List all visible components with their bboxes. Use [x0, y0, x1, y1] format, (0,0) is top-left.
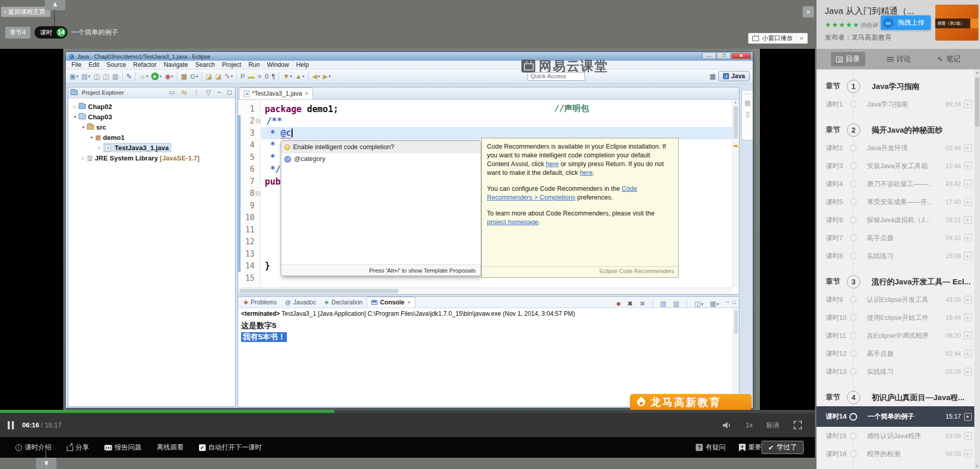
- expanded-arrow-icon[interactable]: ▾: [89, 135, 94, 140]
- view-menu-icon[interactable]: ⋮: [192, 87, 201, 98]
- collapsed-arrow-icon[interactable]: ▷: [72, 104, 78, 109]
- save-all-icon[interactable]: ◫: [102, 71, 110, 82]
- prev-annotation-icon[interactable]: ▲▾: [294, 71, 305, 82]
- tab-目录[interactable]: 目录: [831, 52, 865, 66]
- lesson-row-课时8[interactable]: 课时8实战练习15:08▶: [816, 247, 980, 265]
- play-icon[interactable]: ▶: [964, 100, 972, 108]
- play-icon[interactable]: ▶: [964, 368, 972, 375]
- fold-marker-icon[interactable]: [256, 191, 260, 196]
- pause-button[interactable]: [8, 421, 14, 429]
- console-tab-javadoc[interactable]: @Javadoc: [281, 297, 320, 308]
- back-icon[interactable]: ◀▾: [311, 71, 321, 82]
- lesson-row-课时13[interactable]: 课时13实战练习05:26▶: [816, 363, 980, 381]
- tab-讨论[interactable]: 讨论: [882, 52, 916, 66]
- tree-item-demo1[interactable]: ▾▦demo1: [68, 132, 235, 142]
- new-class-icon[interactable]: G▾: [189, 71, 199, 82]
- video-player[interactable]: Java - Chap03/src/demo1/TestJava3_1.java…: [0, 49, 815, 410]
- new-java-project-icon[interactable]: ▦: [180, 71, 188, 82]
- editor-vertical-scrollbar[interactable]: ▲: [732, 100, 739, 287]
- lesson-row-课时11[interactable]: 课时11在Eclipse中调试程序06:20▶: [816, 327, 980, 345]
- toolbar-分享[interactable]: 分享: [67, 443, 89, 452]
- toolbar-重要[interactable]: ★重要: [739, 443, 761, 452]
- menu-window[interactable]: Window: [263, 61, 293, 68]
- tree-item-chap02[interactable]: ▷Chap02: [68, 101, 235, 112]
- play-icon[interactable]: ▶: [964, 314, 972, 321]
- zero-icon[interactable]: 0: [264, 71, 269, 82]
- play-icon[interactable]: ▶: [964, 234, 972, 242]
- play-icon[interactable]: ▶: [964, 413, 972, 421]
- collapsed-arrow-icon[interactable]: ▷: [81, 156, 86, 160]
- link-editor-icon[interactable]: ⇆: [180, 87, 188, 98]
- tree-item-jre-system-library[interactable]: ▷▥JRE System Library [JavaSE-1.7]: [68, 153, 235, 163]
- play-icon[interactable]: ▶: [964, 216, 972, 224]
- lesson-row-课时3[interactable]: 课时3安装Java开发工具箱12:44▶: [816, 157, 980, 175]
- play-icon[interactable]: ▶: [964, 296, 972, 303]
- play-icon[interactable]: ▶: [964, 180, 972, 188]
- scroll-up-icon[interactable]: ▲: [734, 100, 737, 104]
- outline-view-icon[interactable]: ▯: [746, 111, 750, 118]
- back-to-course-button[interactable]: ‹ 返回课程主页: [1, 7, 50, 17]
- pin-console-icon[interactable]: ◫▾: [693, 299, 704, 309]
- toolbar-自动打开下一课时[interactable]: ✔自动打开下一课时: [199, 443, 262, 452]
- lesson-row-课时6[interactable]: 课时6探秘Java虚拟机（J...09:21▶: [816, 211, 980, 229]
- collapse-footer-button[interactable]: ∨: [36, 458, 57, 469]
- lesson-row-课时14[interactable]: 课时14一个简单的例子15:17▶: [816, 406, 980, 427]
- menu-refactor[interactable]: Refactor: [130, 61, 160, 68]
- toolbar-有疑问[interactable]: ?有疑问: [696, 443, 725, 452]
- play-icon[interactable]: ▶: [964, 450, 972, 458]
- selected-tree-item[interactable]: JTestJava3_1.java: [103, 143, 171, 152]
- editor-horizontal-scrollbar[interactable]: [238, 287, 732, 294]
- toolbar-报告问题[interactable]: 报告问题: [104, 443, 141, 452]
- build-icon[interactable]: ≡: [257, 71, 263, 82]
- tree-item-testjava3-1-java[interactable]: ▷JTestJava3_1.java: [68, 142, 235, 153]
- play-icon[interactable]: ▶: [964, 432, 972, 440]
- lesson-row-课时1[interactable]: 课时1Java学习指南89:24▶: [816, 95, 980, 113]
- scroll-down-icon[interactable]: ▼: [975, 464, 979, 468]
- tab-笔记[interactable]: ✎笔记: [932, 52, 966, 66]
- mark-learned-button[interactable]: ✔学过了: [761, 441, 804, 454]
- play-icon[interactable]: ▶: [964, 350, 972, 357]
- lesson-row-课时2[interactable]: 课时2Java开发环境01:44▶: [816, 139, 980, 157]
- lesson-row-课时4[interactable]: 课时4磨刀不误砍柴工——...43:42▶: [816, 175, 980, 193]
- console-tab-declaration[interactable]: ◈Declaration: [320, 297, 367, 308]
- menu-source[interactable]: Source: [103, 61, 130, 68]
- open-file-icon[interactable]: ◪: [214, 71, 222, 82]
- remove-all-icon[interactable]: ✖: [639, 299, 646, 309]
- play-icon[interactable]: ▶: [964, 198, 972, 206]
- menu-run[interactable]: Run: [245, 61, 263, 68]
- print-view-icon[interactable]: ▤: [745, 99, 750, 106]
- lesson-row-课时15[interactable]: 课时15感性认识Java程序53:56▶: [816, 427, 980, 445]
- java-perspective-button[interactable]: J Java: [718, 71, 750, 81]
- new-icon[interactable]: ▣▾: [68, 71, 79, 82]
- javadoc-icon[interactable]: ✎: [125, 71, 133, 82]
- minimize-icon[interactable]: −: [216, 87, 223, 98]
- menu-project[interactable]: Project: [219, 61, 245, 68]
- quality-button[interactable]: 标清: [766, 421, 779, 430]
- tooltip-link[interactable]: project homepage: [487, 219, 538, 226]
- tooltip-link[interactable]: here: [546, 160, 559, 168]
- volume-icon[interactable]: [722, 421, 732, 430]
- tab-close-icon[interactable]: ✕: [304, 91, 308, 96]
- lesson-row-课时7[interactable]: 课时7高手点拨04:32▶: [816, 229, 980, 247]
- open-console-icon[interactable]: ▦▾: [709, 299, 720, 309]
- tree-item-chap03[interactable]: ▾Chap03: [68, 112, 235, 122]
- maximize-icon[interactable]: □: [226, 87, 232, 98]
- lesson-row-课时12[interactable]: 课时12高手点拨02:44▶: [816, 345, 980, 363]
- play-icon[interactable]: ▶: [964, 144, 972, 152]
- editor-tab[interactable]: J *TestJava3_1.java ✕: [239, 87, 313, 99]
- mark-occurrences-icon[interactable]: ▬: [247, 71, 256, 82]
- lesson-row-课时5[interactable]: 课时5享受安装成果——开...17:40▶: [816, 193, 980, 211]
- format-icon[interactable]: ✎▾: [224, 71, 234, 82]
- completion-suggestion-secondary[interactable]: @ @category: [281, 153, 481, 165]
- console-tab-problems[interactable]: ◆Problems: [240, 297, 281, 308]
- close-button[interactable]: ✖: [731, 52, 751, 59]
- collapsed-arrow-icon[interactable]: ▷: [97, 146, 102, 150]
- tree-item-src[interactable]: ▾src: [68, 122, 235, 132]
- new-menu-icon[interactable]: ▤▾: [80, 71, 91, 82]
- print-icon[interactable]: ▥: [111, 71, 119, 82]
- externalize-icon[interactable]: P: [240, 71, 246, 82]
- open-folder-icon[interactable]: ◪: [205, 71, 213, 82]
- scroll-up-icon[interactable]: ▲: [975, 70, 979, 74]
- menu-file[interactable]: File: [68, 61, 85, 68]
- pip-close-icon[interactable]: ×: [800, 34, 804, 42]
